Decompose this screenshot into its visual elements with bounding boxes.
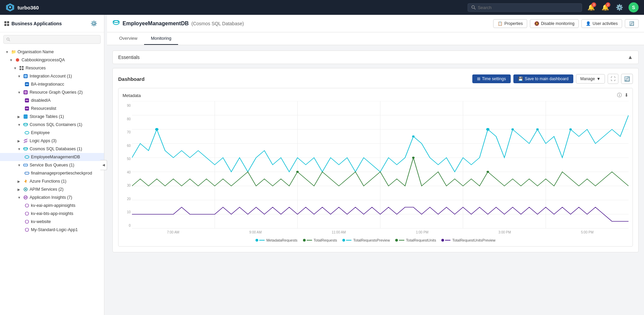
tree-item-storage-tables[interactable]: ▶ Storage Tables (1) <box>0 113 104 121</box>
tree-label-logic-apps: Logic Apps (3) <box>30 138 57 143</box>
manage-button[interactable]: Manage ▼ <box>576 74 605 84</box>
tree-item-cosmos-containers[interactable]: ▼ Cosmos SQL Containers (1) <box>0 121 104 129</box>
refresh-icon: 🔄 <box>629 21 634 26</box>
chevron-down-icon: ▼ <box>18 163 22 167</box>
tree-item-cab[interactable]: ▼ CabbookingprocessQA <box>0 56 104 64</box>
svg-rect-15 <box>22 68 24 70</box>
my-std-logic-icon <box>24 227 30 232</box>
user-activities-button[interactable]: 👤 User activities <box>581 19 622 28</box>
svg-rect-14 <box>20 68 21 70</box>
svg-rect-37 <box>25 172 29 174</box>
settings-button[interactable]: ⚙️ <box>614 2 624 12</box>
tab-bar: Overview Monitoring <box>107 32 644 45</box>
cosmos-containers-icon <box>23 122 28 127</box>
tree-item-employee-mgmt-db[interactable]: EmployeeManagementDB <box>0 153 104 161</box>
chart-download-icon[interactable]: ⬇ <box>624 92 629 98</box>
refresh-button[interactable]: 🔄 <box>625 19 639 28</box>
chart-action-icons: ⓘ ⬇ <box>617 92 629 98</box>
time-settings-label: Time settings <box>482 76 506 81</box>
tree-item-kv-website[interactable]: kv-website <box>0 218 104 226</box>
sidebar-settings-button[interactable]: ⚙️ <box>88 18 100 29</box>
tree-item-service-bus[interactable]: ▼ Service Bus Queues (1) <box>0 161 104 169</box>
chevron-down-icon: ▼ <box>18 196 22 199</box>
folder-icon: 📁 <box>11 49 16 55</box>
tab-monitoring[interactable]: Monitoring <box>144 32 178 45</box>
disable-monitoring-icon: 🔕 <box>534 21 539 26</box>
tree-item-cosmos-dbs[interactable]: ▼ Cosmos SQL Databases (1) <box>0 145 104 153</box>
sidebar-collapse-button[interactable]: ◀ <box>100 160 107 170</box>
tree-item-employee[interactable]: Employee <box>0 129 104 137</box>
user-avatar[interactable]: S <box>629 2 639 12</box>
chevron-down-icon: ▼ <box>18 147 22 151</box>
chart-svg-wrapper: 7:00 AM 9:00 AM 11:00 AM 1:00 PM 3:00 PM… <box>132 101 629 235</box>
rg-queries-icon <box>23 90 28 95</box>
tree-label-cosmos-containers: Cosmos SQL Containers (1) <box>30 122 82 127</box>
legend-total-requests: TotalRequests <box>303 238 337 242</box>
kv-eai-apim-icon <box>24 203 30 208</box>
tree-item-logic-apps[interactable]: ▶ Logic Apps (3) <box>0 137 104 145</box>
fullscreen-button[interactable]: ⛶ <box>608 74 618 84</box>
y-axis-labels: 90 80 70 60 50 40 30 20 10 0 <box>123 101 132 235</box>
chart-title: Metadata <box>123 93 141 98</box>
tree-item-my-std-logic[interactable]: My-Standard-Logic-App1 <box>0 226 104 234</box>
chart-info-icon[interactable]: ⓘ <box>617 92 622 98</box>
legend-label-metadata-requests: MetadataRequests <box>266 238 297 242</box>
svg-point-64 <box>486 171 489 173</box>
tree-label-storage-tables: Storage Tables (1) <box>30 114 64 119</box>
tab-overview[interactable]: Overview <box>112 32 144 45</box>
collapse-icon: ◀ <box>102 163 105 167</box>
x-label-3pm: 3:00 PM <box>499 230 511 234</box>
search-input[interactable] <box>478 5 578 10</box>
y-label-90: 90 <box>127 104 131 107</box>
legend-line-cyan <box>259 240 265 241</box>
svg-point-70 <box>569 128 572 130</box>
dashboard-refresh-button[interactable]: 🔄 <box>621 74 633 84</box>
legend-label-total-request-units-preview: TotalRequestUnitsPreview <box>452 238 495 242</box>
sidebar-search-icon <box>6 37 10 41</box>
notifications-button[interactable]: 🔔 3 <box>586 2 596 12</box>
tree-item-disabledIA[interactable]: disabledIA <box>0 96 104 104</box>
sidebar-search-box[interactable] <box>3 35 101 44</box>
properties-button[interactable]: 📋 Properties <box>493 19 527 28</box>
svg-rect-8 <box>7 24 9 26</box>
svg-point-11 <box>16 58 19 62</box>
svg-point-46 <box>113 21 119 23</box>
svg-point-9 <box>7 38 9 40</box>
chart-body: 90 80 70 60 50 40 30 20 10 0 <box>123 101 629 235</box>
tree-item-rg-queries[interactable]: ▼ Resource Graph Queries (2) <box>0 88 104 96</box>
tree-label-ba-integration: BA-integrationacc <box>31 82 64 87</box>
y-label-60: 60 <box>127 144 131 148</box>
essentials-collapse-button[interactable]: ▲ <box>628 54 633 60</box>
user-activities-icon: 👤 <box>586 21 591 26</box>
svg-rect-17 <box>24 75 27 77</box>
alerts-button[interactable]: 🔔 2 <box>600 2 610 12</box>
db-title: EmployeeManagementDB <box>123 21 189 27</box>
tree-item-apim-services[interactable]: ▶ APIM Services (2) <box>0 185 104 193</box>
chart-svg <box>132 101 629 229</box>
sidebar-search-input[interactable] <box>12 37 98 42</box>
employee-mgmt-db-icon <box>24 154 30 160</box>
chevron-down-icon: ▼ <box>18 91 22 94</box>
resourceslist-icon <box>24 106 30 111</box>
alerts-badge: 2 <box>606 2 610 7</box>
search-box[interactable] <box>468 3 582 12</box>
tree-item-finalmanage[interactable]: finalmanagepropertiescheckprod <box>0 169 104 177</box>
tree-item-resourceslist[interactable]: Resourceslist <box>0 104 104 113</box>
time-settings-button[interactable]: ⊞ Time settings <box>472 74 511 83</box>
svg-line-4 <box>474 8 476 9</box>
tree-item-ba-integration[interactable]: BA-integrationacc <box>0 80 104 88</box>
tree-item-kv-eai-apim[interactable]: kv-eai-apim-appinsights <box>0 201 104 210</box>
save-dashboard-button[interactable]: 💾 Save to main dashboard <box>513 74 573 83</box>
tree-item-app-insights[interactable]: ▼ Application Insights (7) <box>0 193 104 201</box>
tree-item-resources[interactable]: ▼ Resources <box>0 64 104 72</box>
legend-total-request-units-preview: TotalRequestUnitsPreview <box>441 238 495 242</box>
tree-item-org[interactable]: ▼ 📁 Organisation Name <box>0 48 104 56</box>
tree-item-kv-eai-bts[interactable]: kv-eai-bts-app-insights <box>0 210 104 218</box>
disable-monitoring-button[interactable]: 🔕 Disable monitoring <box>530 19 579 28</box>
y-label-20: 20 <box>127 197 131 201</box>
legend-total-request-units: TotalRequestUnits <box>395 238 436 242</box>
svg-point-67 <box>486 128 489 131</box>
storage-tables-icon <box>23 114 28 119</box>
tree-item-azure-functions[interactable]: ▶ Azure Functions (1) <box>0 177 104 185</box>
tree-item-integration-account[interactable]: ▼ Integration Account (1) <box>0 72 104 80</box>
